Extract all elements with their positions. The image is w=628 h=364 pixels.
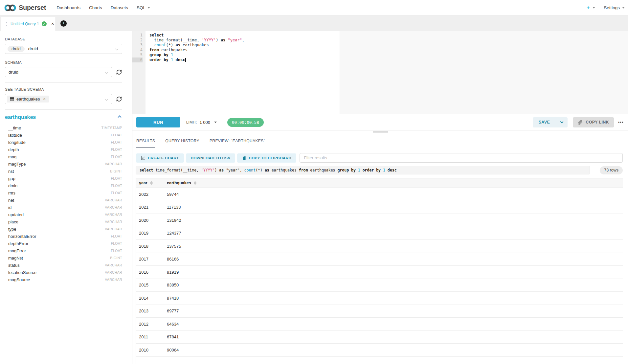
menu-dashboards[interactable]: Dashboards <box>52 5 85 10</box>
resizer-grip-icon <box>373 131 388 133</box>
main-menu: Dashboards Charts Datasets SQL <box>52 5 154 10</box>
table-row: 2021 117133 <box>136 201 623 214</box>
cell-earthquakes: 67841 <box>167 331 623 344</box>
table-select[interactable]: earthquakes ✕ <box>5 94 112 104</box>
cell-year: 2017 <box>136 253 167 266</box>
menu-charts[interactable]: Charts <box>85 5 106 10</box>
schema-column-row: __time TIMESTAMP <box>5 124 122 131</box>
copy-clipboard-label: COPY TO CLIPBOARD <box>249 156 291 160</box>
tab-preview-earthquakes[interactable]: PREVIEW: `EARTHQUAKES` <box>210 139 265 148</box>
column-name: nst <box>8 169 14 174</box>
menu-sql[interactable]: SQL <box>132 5 154 10</box>
cell-year: 2019 <box>136 227 167 240</box>
schema-column-row: type VARCHAR <box>5 225 122 233</box>
results-table-body: 2022 59744 2021 117133 2020 131942 2019 … <box>136 188 623 357</box>
schema-column-row: updated VARCHAR <box>5 211 122 218</box>
close-tab-icon[interactable]: ✕ <box>51 22 54 26</box>
column-name: latitude <box>8 133 22 138</box>
more-actions-button[interactable]: ••• <box>618 120 624 125</box>
database-select[interactable]: druid druid <box>5 44 122 54</box>
remove-table-icon[interactable]: ✕ <box>43 97 46 101</box>
schema-column-row: depth FLOAT <box>5 146 122 153</box>
column-type: FLOAT <box>111 148 122 151</box>
filter-results-input[interactable] <box>300 153 623 163</box>
run-button[interactable]: RUN <box>136 117 180 127</box>
column-type: VARCHAR <box>105 205 122 209</box>
column-type: VARCHAR <box>105 227 122 231</box>
sort-icon[interactable] <box>150 181 153 185</box>
database-value: druid <box>28 46 38 51</box>
column-type: FLOAT <box>111 249 122 253</box>
copy-clipboard-button[interactable]: COPY TO CLIPBOARD <box>237 153 296 163</box>
editor-code[interactable]: select time_format(__time, 'YYYY') as "y… <box>146 31 628 114</box>
collapse-table-icon[interactable] <box>118 115 121 119</box>
column-type: VARCHAR <box>105 213 122 216</box>
table-row: 2013 69777 <box>136 305 623 318</box>
copy-link-button[interactable]: COPY LINK <box>573 117 614 127</box>
chevron-down-icon <box>105 71 108 74</box>
results-tab-strip: RESULTS QUERY HISTORY PREVIEW: `EARTHQUA… <box>136 139 623 148</box>
column-type: VARCHAR <box>105 162 122 166</box>
table-schema-label: SEE TABLE SCHEMA <box>5 87 122 91</box>
new-item-button[interactable]: + <box>587 5 595 11</box>
settings-menu[interactable]: Settings <box>604 5 625 10</box>
column-name: rms <box>8 191 15 195</box>
column-name: id <box>8 205 11 210</box>
code-line: time_format(__time, 'YYYY') as "year", <box>149 38 628 43</box>
schema-select[interactable]: druid <box>5 67 112 77</box>
schema-column-row: rms FLOAT <box>5 189 122 196</box>
column-name: magType <box>8 162 26 167</box>
limit-value: 1 000 <box>200 120 211 125</box>
cell-year: 2014 <box>136 292 167 305</box>
results-table: year earthquakes 2022 59744 2021 117133 … <box>136 178 623 364</box>
column-name: longitude <box>8 140 26 145</box>
refresh-schemas-icon[interactable] <box>116 69 122 75</box>
save-button-group: SAVE <box>533 117 568 127</box>
drag-handle-icon[interactable]: ⋮ <box>4 21 8 26</box>
limit-dropdown[interactable]: LIMIT: 1 000 <box>186 120 217 125</box>
executed-query-text: select time_format(__time, 'YYYY') as "y… <box>136 166 590 174</box>
refresh-tables-icon[interactable] <box>116 96 122 102</box>
schema-label: SCHEMA <box>5 60 122 64</box>
pane-resizer[interactable] <box>132 130 628 134</box>
sort-icon[interactable] <box>194 181 196 185</box>
column-header-year[interactable]: year <box>136 178 167 188</box>
database-type-tag: druid <box>8 46 25 52</box>
tab-query-history[interactable]: QUERY HISTORY <box>165 139 199 148</box>
column-name: magError <box>8 248 26 253</box>
column-header-earthquakes[interactable]: earthquakes <box>167 178 623 188</box>
column-type: FLOAT <box>111 184 122 188</box>
column-type: FLOAT <box>111 191 122 195</box>
main-area: DATABASE druid druid SCHEMA druid <box>0 31 628 364</box>
column-name: dmin <box>8 183 17 188</box>
download-csv-button[interactable]: DOWNLOAD TO CSV <box>186 153 236 163</box>
create-chart-button[interactable]: CREATE CHART <box>136 153 184 163</box>
superset-infinity-icon <box>4 4 16 12</box>
menu-datasets[interactable]: Datasets <box>106 5 132 10</box>
tab-results[interactable]: RESULTS <box>136 139 155 148</box>
sidebar-divider <box>5 109 122 110</box>
code-line: from earthquakes <box>149 48 628 53</box>
save-button[interactable]: SAVE <box>533 117 556 127</box>
column-type: FLOAT <box>111 155 122 159</box>
cell-earthquakes: 86166 <box>167 253 623 266</box>
cell-year: 2011 <box>136 331 167 344</box>
column-type: VARCHAR <box>105 270 122 274</box>
cell-earthquakes: 117133 <box>167 201 623 214</box>
column-name: locationSource <box>8 270 36 275</box>
add-tab-button[interactable]: + <box>60 20 67 27</box>
database-label: DATABASE <box>5 37 122 41</box>
tab-untitled-query-1[interactable]: ⋮ Untitled Query 1 ✕ <box>1 17 56 31</box>
column-name: __time <box>8 125 21 130</box>
line-number: 1 <box>132 33 143 38</box>
chart-icon <box>141 156 146 160</box>
table-row: 2011 67841 <box>136 331 623 344</box>
cell-year: 2018 <box>136 240 167 253</box>
schema-value: druid <box>9 70 18 75</box>
save-dropdown-button[interactable] <box>556 117 568 127</box>
table-row: 2022 59744 <box>136 188 623 201</box>
schema-column-row: magType VARCHAR <box>5 160 122 168</box>
superset-logo[interactable]: Superset <box>4 4 46 12</box>
column-type: FLOAT <box>111 140 122 144</box>
sql-editor[interactable]: 123456 select time_format(__time, 'YYYY'… <box>132 31 628 114</box>
